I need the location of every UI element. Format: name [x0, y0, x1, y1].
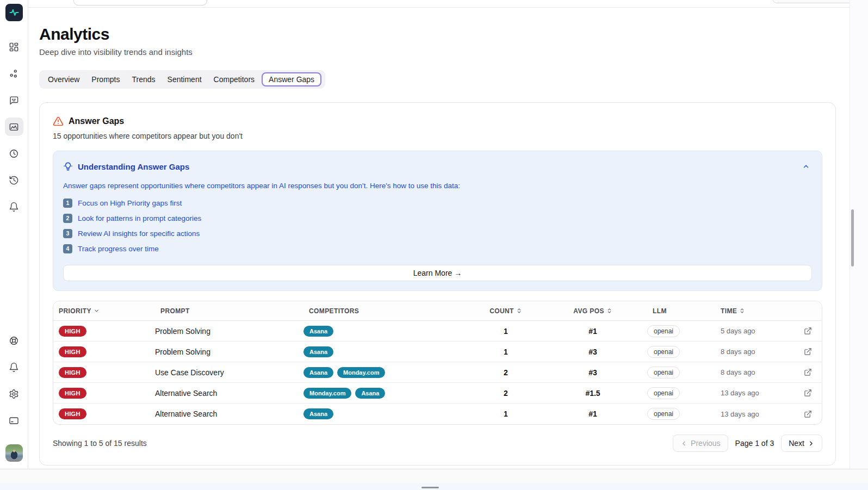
table-row: HIGHAlternative SearchAsana1#1openai13 d…	[53, 404, 822, 424]
results-summary: Showing 1 to 5 of 15 results	[53, 439, 147, 448]
actions-cell	[794, 346, 822, 358]
count-value: 1	[504, 348, 508, 356]
prompt-label: Use Case Discovery	[155, 368, 224, 377]
column-label: AVG POS	[573, 307, 604, 315]
column-header-time[interactable]: TIME	[715, 307, 794, 315]
column-header-priority[interactable]: PRIORITY	[53, 307, 155, 315]
previous-label: Previous	[691, 439, 720, 448]
table-row: HIGHAlternative SearchMonday.comAsana2#1…	[53, 383, 822, 404]
time-cell: 13 days ago	[715, 410, 794, 418]
priority-badge: HIGH	[59, 326, 86, 337]
sort-updown-icon	[739, 308, 745, 314]
scrollbar-thumb[interactable]	[851, 209, 854, 266]
avg-pos-cell: #3	[538, 368, 647, 377]
app-logo[interactable]	[5, 4, 23, 21]
help-icon[interactable]	[5, 331, 23, 350]
card-subtitle: 15 opportunities where competitors appea…	[53, 132, 822, 140]
actions-cell	[794, 367, 822, 379]
notifications-icon[interactable]	[5, 197, 23, 216]
infobox-header: Understanding Answer Gaps	[63, 160, 812, 172]
infobox-steps: 1Focus on High Priority gaps first2Look …	[63, 197, 812, 254]
topbar-search-input[interactable]	[73, 0, 207, 5]
llm-badge: openai	[647, 346, 680, 358]
time-cell: 13 days ago	[715, 389, 794, 397]
step-number-badge: 2	[63, 214, 72, 223]
competitor-badge: Asana	[355, 388, 385, 399]
billing-card-icon[interactable]	[5, 411, 23, 430]
alerts-bell-icon[interactable]	[5, 358, 23, 376]
competitor-badge: Asana	[303, 367, 333, 378]
column-header-llm: LLM	[647, 307, 715, 315]
step-text: Focus on High Priority gaps first	[78, 199, 182, 207]
sidebar	[0, 0, 28, 469]
count-value: 1	[504, 327, 508, 336]
user-avatar[interactable]	[5, 444, 23, 462]
priority-cell: HIGH	[53, 388, 155, 399]
tab-prompts[interactable]: Prompts	[86, 72, 125, 86]
count-cell: 1	[473, 410, 538, 418]
scrollbar-rail	[850, 0, 868, 469]
history-icon[interactable]	[5, 171, 23, 189]
topbar-button[interactable]	[772, 0, 850, 3]
chat-icon[interactable]	[5, 91, 23, 109]
competitor-badge: Monday.com	[303, 388, 351, 399]
tab-sentiment[interactable]: Sentiment	[163, 72, 207, 86]
external-link-icon[interactable]	[802, 387, 814, 399]
settings-gear-icon[interactable]	[5, 384, 23, 403]
dashboard-icon[interactable]	[5, 38, 23, 56]
card-title: Answer Gaps	[69, 116, 124, 126]
step-number-badge: 1	[63, 199, 72, 208]
count-cell: 2	[473, 368, 538, 377]
actions-cell	[794, 387, 822, 399]
avg-pos-cell: #1.5	[538, 389, 647, 398]
next-button[interactable]: Next	[781, 435, 822, 452]
column-header-count[interactable]: COUNT	[473, 307, 538, 315]
priority-badge: HIGH	[59, 408, 86, 419]
tab-answer-gaps[interactable]: Answer Gaps	[262, 72, 321, 86]
chevron-left-icon	[680, 440, 687, 447]
infobox-intro: Answer gaps represent opportunities wher…	[63, 181, 812, 191]
sidebar-nav-top	[5, 38, 23, 216]
external-link-icon[interactable]	[802, 346, 814, 358]
column-label: COUNT	[489, 307, 514, 315]
external-link-icon[interactable]	[802, 325, 814, 337]
learn-more-button[interactable]: Learn More →	[63, 265, 812, 281]
page-title: Analytics	[39, 24, 850, 44]
previous-button[interactable]: Previous	[673, 435, 728, 452]
chevron-right-icon	[808, 440, 815, 447]
sort-updown-icon	[516, 308, 522, 314]
next-label: Next	[789, 439, 804, 448]
sidebar-nav-bottom	[5, 331, 23, 464]
tab-overview[interactable]: Overview	[43, 72, 84, 86]
tab-trends[interactable]: Trends	[127, 72, 160, 86]
clock-icon[interactable]	[5, 144, 23, 163]
count-value: 2	[504, 368, 508, 377]
external-link-icon[interactable]	[802, 367, 814, 379]
competitor-badge: Monday.com	[337, 367, 385, 378]
avg-pos-cell: #1	[538, 327, 647, 336]
priority-cell: HIGH	[53, 408, 155, 419]
priority-badge: HIGH	[59, 388, 86, 399]
count-cell: 1	[473, 327, 538, 336]
avg-pos-value: #1.5	[585, 389, 600, 398]
priority-badge: HIGH	[59, 346, 86, 357]
prompt-cell: Use Case Discovery	[155, 368, 303, 377]
analytics-icon[interactable]	[5, 117, 23, 136]
column-header-avg-pos[interactable]: AVG POS	[538, 307, 647, 315]
chevron-up-icon[interactable]	[800, 160, 812, 172]
step-text: Track progress over time	[78, 245, 159, 253]
pagination: Previous Page 1 of 3 Next	[673, 435, 822, 452]
avg-pos-value: #1	[588, 410, 597, 418]
prompt-label: Problem Solving	[155, 327, 210, 336]
external-link-icon[interactable]	[802, 408, 814, 420]
tab-competitors[interactable]: Competitors	[209, 72, 259, 86]
window-drag-handle[interactable]	[421, 487, 439, 488]
workflow-icon[interactable]	[5, 64, 23, 83]
page-subtitle: Deep dive into visibility trends and ins…	[39, 46, 850, 58]
priority-cell: HIGH	[53, 326, 155, 337]
prompt-cell: Alternative Search	[155, 410, 303, 418]
info-step: 2Look for patterns in prompt categories	[63, 213, 812, 224]
table-body: HIGHProblem SolvingAsana1#1openai5 days …	[53, 321, 822, 424]
competitors-cell: Asana	[303, 408, 473, 419]
llm-badge: openai	[647, 325, 680, 337]
